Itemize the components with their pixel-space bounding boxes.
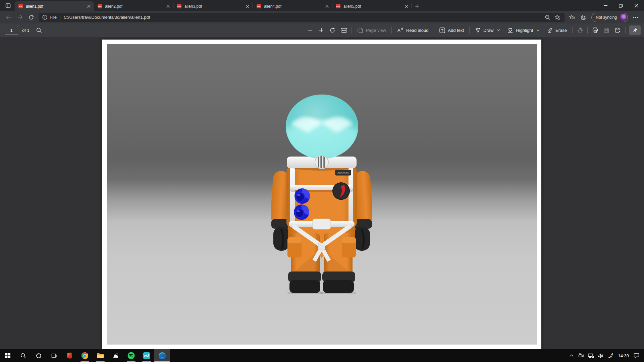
add-text-icon bbox=[439, 27, 445, 33]
taskbar-app-spotify[interactable] bbox=[123, 349, 139, 362]
meet-now-camera-icon bbox=[578, 353, 584, 358]
taskbar-app-chrome[interactable] bbox=[77, 349, 93, 362]
tab-3[interactable]: PDF alien3.pdf bbox=[173, 1, 253, 11]
add-text-button[interactable]: Add text bbox=[436, 25, 468, 35]
restore-button[interactable] bbox=[613, 0, 629, 11]
favorites-list-icon bbox=[569, 15, 575, 20]
address-bar[interactable]: File C:/Users/travi/Documents/3d/alien/a… bbox=[39, 13, 565, 22]
fit-to-width-button[interactable] bbox=[338, 25, 350, 35]
tab-close-icon[interactable] bbox=[404, 3, 410, 9]
url-text: C:/Users/travi/Documents/3d/alien/alien1… bbox=[64, 15, 150, 20]
favorites-bar-button[interactable] bbox=[567, 12, 578, 23]
search-icon bbox=[20, 353, 26, 359]
highlight-button[interactable]: Highlight bbox=[504, 25, 543, 35]
action-center-button[interactable] bbox=[632, 349, 641, 362]
taskbar-clock[interactable]: 14:39 bbox=[615, 353, 632, 358]
tab-close-icon[interactable] bbox=[324, 3, 330, 9]
edge-icon bbox=[158, 352, 166, 360]
forward-button[interactable] bbox=[14, 12, 25, 23]
svg-text:PDF: PDF bbox=[177, 5, 181, 7]
tab-1[interactable]: PDF alien1.pdf bbox=[15, 1, 94, 11]
taskbar-search-button[interactable] bbox=[15, 349, 31, 362]
rotate-icon bbox=[330, 27, 335, 33]
back-button[interactable] bbox=[3, 12, 14, 23]
chevron-down-icon[interactable] bbox=[497, 29, 500, 31]
tray-expand-button[interactable] bbox=[567, 349, 576, 362]
minimize-button[interactable] bbox=[598, 0, 613, 11]
plus-icon bbox=[319, 28, 324, 33]
highlight-label: Highlight bbox=[516, 28, 533, 33]
svg-text:A: A bbox=[397, 28, 400, 33]
volume-button[interactable] bbox=[596, 349, 605, 362]
tab-close-icon[interactable] bbox=[86, 3, 92, 9]
pdf-file-icon: PDF bbox=[256, 4, 261, 9]
pin-icon bbox=[633, 28, 638, 33]
plus-icon bbox=[415, 4, 419, 8]
settings-more-button[interactable] bbox=[630, 12, 641, 23]
page-view-label: Page view bbox=[366, 28, 386, 33]
collections-button[interactable] bbox=[578, 12, 589, 23]
tab-close-icon[interactable] bbox=[245, 3, 251, 9]
tab-2[interactable]: PDF alien2.pdf bbox=[94, 1, 173, 11]
zoom-in-button[interactable] bbox=[316, 25, 327, 35]
rotate-button[interactable] bbox=[327, 25, 338, 35]
taskbar-app-file-explorer[interactable] bbox=[93, 349, 108, 362]
tab-actions-menu-button[interactable] bbox=[3, 1, 13, 10]
erase-label: Erase bbox=[555, 28, 567, 33]
taskbar-app-edge[interactable] bbox=[154, 349, 170, 362]
hand-tool-button[interactable] bbox=[574, 25, 586, 35]
search-icon bbox=[36, 27, 42, 33]
network-icon bbox=[588, 353, 594, 358]
meet-now-button[interactable] bbox=[576, 349, 586, 362]
cortana-button[interactable] bbox=[31, 349, 46, 362]
highlighter-icon bbox=[507, 27, 513, 33]
svg-text:PDF: PDF bbox=[19, 5, 22, 7]
toolbar-separator bbox=[352, 27, 352, 34]
toolbar-separator bbox=[469, 27, 470, 34]
zoom-out-button[interactable] bbox=[304, 25, 316, 35]
tab-4[interactable]: PDF alien4.pdf bbox=[253, 1, 332, 11]
tab-title: alien1.pdf bbox=[26, 4, 83, 9]
file-explorer-icon bbox=[97, 352, 104, 359]
page-view-button[interactable]: Page view bbox=[354, 25, 390, 35]
toolbar-separator bbox=[572, 27, 573, 34]
toolbar-separator bbox=[587, 27, 588, 34]
page-info-icon[interactable] bbox=[42, 15, 47, 20]
page-number-input[interactable]: 1 bbox=[5, 26, 18, 35]
zoom-indicator-button[interactable] bbox=[543, 13, 552, 22]
taskbar-app-office[interactable] bbox=[62, 349, 77, 362]
taskbar-app-teal[interactable] bbox=[139, 349, 154, 362]
tab-5[interactable]: PDF alien5.pdf bbox=[332, 1, 412, 11]
dark-app-icon bbox=[112, 352, 119, 359]
tab-close-icon[interactable] bbox=[165, 3, 171, 9]
tab-strip: PDF alien1.pdf PDF alien2.pdf PDF alien3… bbox=[0, 0, 644, 11]
pdf-file-icon: PDF bbox=[18, 4, 23, 9]
pdf-file-icon: PDF bbox=[177, 4, 182, 9]
network-status-button[interactable] bbox=[586, 349, 596, 362]
refresh-button[interactable] bbox=[25, 12, 37, 23]
windows-logo-icon bbox=[5, 353, 10, 358]
start-button[interactable] bbox=[0, 349, 15, 362]
windows-taskbar: 14:39 bbox=[0, 349, 644, 362]
pin-toolbar-button[interactable] bbox=[629, 25, 641, 35]
astronaut-figure: cosmos bbox=[271, 93, 372, 294]
find-in-document-button[interactable] bbox=[34, 25, 45, 35]
navigation-bar: File C:/Users/travi/Documents/3d/alien/a… bbox=[0, 11, 644, 23]
erase-button[interactable]: Erase bbox=[543, 25, 571, 35]
taskbar-app-dark[interactable] bbox=[108, 349, 123, 362]
chevron-down-icon[interactable] bbox=[536, 29, 540, 31]
profile-button[interactable]: Not syncing bbox=[591, 13, 628, 22]
save-as-button[interactable] bbox=[612, 25, 624, 35]
svg-text:cosmos: cosmos bbox=[337, 171, 349, 175]
read-aloud-button[interactable]: A Read aloud bbox=[393, 25, 432, 35]
windows-ink-button[interactable] bbox=[605, 349, 615, 362]
save-button[interactable] bbox=[601, 25, 612, 35]
new-tab-button[interactable] bbox=[412, 1, 422, 11]
add-favorite-button[interactable] bbox=[552, 13, 562, 22]
print-button[interactable] bbox=[589, 25, 601, 35]
task-view-button[interactable] bbox=[46, 349, 62, 362]
tab-title: alien5.pdf bbox=[343, 4, 401, 9]
pdf-viewer-area[interactable]: cosmos bbox=[0, 37, 644, 349]
draw-button[interactable]: Draw bbox=[471, 25, 504, 35]
close-window-button[interactable] bbox=[629, 0, 644, 11]
